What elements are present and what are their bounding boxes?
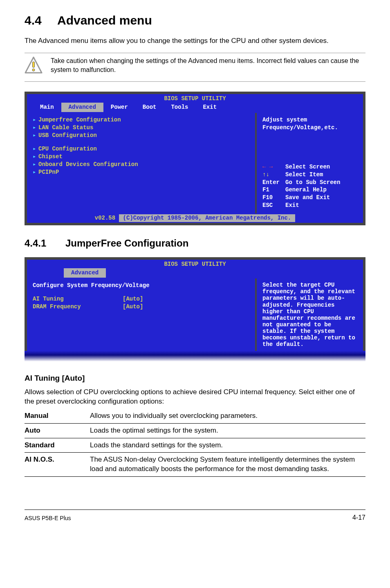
bios-item: PCIPnP: [38, 169, 59, 175]
section-title: JumperFree Configuration: [65, 238, 188, 249]
option-value: The ASUS Non-delay Overclocking System f…: [90, 453, 365, 477]
bios-version: v02.58: [95, 215, 115, 221]
bios-help-text: Adjust system: [262, 116, 357, 124]
bios-header: BIOS SETUP UTILITY: [27, 260, 363, 268]
key-label: F1: [262, 186, 285, 194]
key-help: Exit: [285, 202, 299, 209]
submenu-arrow-icon: ▸: [33, 124, 38, 132]
config-label: DRAM Frequency: [33, 303, 123, 311]
warning-icon: [25, 56, 43, 77]
bios-help-text: Frequency/Voltage,etc.: [262, 124, 357, 132]
section-number: 4.4.1: [25, 237, 65, 250]
table-row: AutoLoads the optimal settings for the s…: [25, 423, 365, 438]
title-text: Advanced menu: [57, 13, 152, 27]
submenu-arrow-icon: ▸: [33, 161, 38, 168]
fade-cutoff: [25, 351, 365, 361]
options-table: ManualAllows you to individually set ove…: [25, 409, 365, 477]
option-key: Standard: [25, 438, 90, 453]
key-help: General Help: [285, 186, 327, 193]
bios-item: CPU Configuration: [38, 146, 97, 152]
bios-copyright: (C)Copyright 1985-2006, American Megatre…: [119, 214, 296, 222]
key-label: F10: [262, 194, 285, 202]
submenu-arrow-icon: ▸: [33, 116, 38, 124]
bios-item: LAN Cable Status: [38, 124, 93, 131]
config-value: [Auto]: [123, 303, 143, 311]
submenu-arrow-icon: ▸: [33, 132, 38, 139]
bios-item: Onboard Devices Configuration: [38, 161, 138, 168]
bios-help-text: Select the target CPU frequency, and the…: [262, 282, 357, 348]
bios-tab-bar: Main Advanced Power Boot Tools Exit: [27, 103, 363, 113]
bios-tab-power: Power: [103, 103, 135, 112]
config-title: Configure System Frequency/Voltage: [33, 282, 249, 290]
key-label: ESC: [262, 202, 285, 209]
key-help: Go to Sub Screen: [285, 179, 340, 186]
submenu-arrow-icon: ▸: [33, 168, 38, 176]
option-description: Allows selection of CPU overclocking opt…: [25, 388, 365, 406]
arrow-lr-icon: ← →: [262, 163, 285, 171]
section-heading: 4.4.1JumperFree Configuration: [25, 237, 365, 250]
footer-product: ASUS P5B-E Plus: [25, 514, 71, 522]
bios-tab-boot: Boot: [135, 103, 164, 112]
title-number: 4.4: [25, 12, 57, 29]
key-help: Select Item: [285, 171, 323, 178]
svg-point-2: [32, 69, 35, 71]
svg-rect-1: [33, 62, 35, 67]
page-title: 4.4Advanced menu: [25, 12, 365, 29]
submenu-arrow-icon: ▸: [33, 145, 38, 153]
table-row: ManualAllows you to individually set ove…: [25, 409, 365, 423]
config-label: AI Tuning: [33, 295, 123, 303]
bios-tab-advanced: Advanced: [61, 103, 103, 112]
table-row: StandardLoads the standard settings for …: [25, 438, 365, 453]
option-value: Allows you to individually set overclock…: [90, 409, 365, 423]
key-label: Enter: [262, 179, 285, 186]
option-value: Loads the optimal settings for the syste…: [90, 423, 365, 438]
lead-paragraph: The Advanced menu items allow you to cha…: [25, 36, 365, 46]
option-key: AI N.O.S.: [25, 453, 90, 477]
option-key: Auto: [25, 423, 90, 438]
bios-screenshot-advanced: BIOS SETUP UTILITY Main Advanced Power B…: [25, 92, 365, 225]
key-help: Save and Exit: [285, 194, 330, 201]
bios-footer: v02.58 (C)Copyright 1985-2006, American …: [27, 213, 363, 223]
page-footer: ASUS P5B-E Plus 4-17: [25, 509, 365, 522]
config-value: [Auto]: [123, 295, 143, 303]
table-row: AI N.O.S.The ASUS Non-delay Overclocking…: [25, 453, 365, 477]
bios-left-panel: ▸Jumperfree Configuration ▸LAN Cable Sta…: [27, 113, 257, 213]
bios-tab-exit: Exit: [195, 103, 224, 112]
submenu-arrow-icon: ▸: [33, 153, 38, 161]
option-value: Loads the standard settings for the syst…: [90, 438, 365, 453]
arrow-ud-icon: ↑↓: [262, 171, 285, 179]
footer-page-number: 4-17: [352, 513, 365, 522]
bios-left-panel: Configure System Frequency/Voltage AI Tu…: [27, 278, 257, 351]
bios-item: Jumperfree Configuration: [38, 117, 121, 123]
key-help: Select Screen: [285, 164, 330, 170]
config-row: DRAM Frequency [Auto]: [33, 303, 249, 311]
bios-tab-advanced: Advanced: [64, 268, 106, 278]
bios-tab-bar: Advanced: [27, 268, 363, 278]
bios-tab-main: Main: [33, 103, 61, 112]
bios-item: USB Configuration: [38, 132, 97, 139]
bios-right-panel: Adjust system Frequency/Voltage,etc. ← →…: [257, 113, 363, 213]
bios-header: BIOS SETUP UTILITY: [27, 94, 363, 103]
warning-text: Take caution when changing the settings …: [51, 56, 365, 74]
bios-key-help: ← →Select Screen ↑↓Select Item EnterGo t…: [262, 163, 357, 209]
bios-item: Chipset: [38, 153, 63, 160]
warning-box: Take caution when changing the settings …: [25, 53, 365, 82]
option-heading: AI Tuning [Auto]: [25, 373, 365, 384]
bios-tab-tools: Tools: [164, 103, 195, 112]
bios-screenshot-jumperfree: BIOS SETUP UTILITY Advanced Configure Sy…: [25, 257, 365, 361]
bios-right-panel: Select the target CPU frequency, and the…: [257, 278, 363, 351]
config-row: AI Tuning [Auto]: [33, 295, 249, 303]
option-key: Manual: [25, 409, 90, 423]
